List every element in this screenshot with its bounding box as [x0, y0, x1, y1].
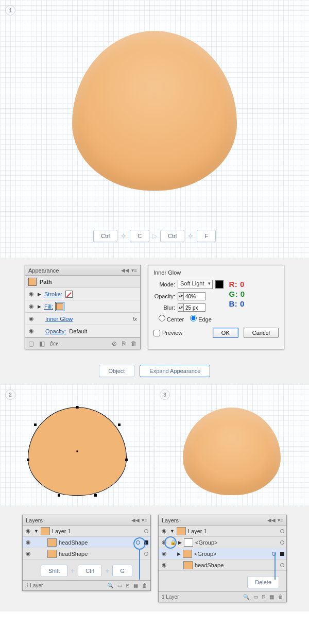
panel-header[interactable]: Layers ◀◀▾≡	[23, 515, 150, 526]
fill-label[interactable]: Fill:	[44, 303, 53, 310]
inner-glow-link[interactable]: Inner Glow	[45, 316, 73, 322]
stroke-row[interactable]: ◉ ▶ Stroke:	[25, 288, 140, 300]
layer-row-top[interactable]: ◉ ▼ Layer 1	[159, 526, 286, 537]
lock-icon[interactable]: 🔒	[170, 539, 176, 545]
layer-row-group-2[interactable]: ◉ ▶ <Group>	[159, 548, 286, 560]
visibility-icon[interactable]: ◉	[28, 328, 35, 334]
cancel-button[interactable]: Cancel	[244, 328, 279, 338]
expand-icon[interactable]: ▼	[34, 529, 39, 534]
target-icon[interactable]	[280, 540, 284, 545]
key-shift: Shift	[41, 565, 67, 577]
panel-header[interactable]: Appearance ◀◀▾≡	[25, 265, 140, 276]
layer-row-headshape-1[interactable]: ◉ headShape	[23, 537, 150, 548]
ok-button[interactable]: OK	[213, 328, 238, 338]
menu-icon[interactable]: ▾≡	[142, 517, 147, 523]
blur-row: Blur: ▴▾	[153, 303, 224, 312]
new-icon[interactable]: ▦	[269, 594, 274, 600]
fill-row[interactable]: ◉ ▶ Fill:	[25, 300, 140, 313]
layer-name[interactable]: headShape	[195, 562, 224, 568]
menu-icon[interactable]: ▾≡	[131, 267, 137, 273]
locate-icon[interactable]: 🔍	[243, 594, 249, 600]
blur-input[interactable]	[184, 303, 205, 312]
mask-icon[interactable]: ▭	[253, 594, 258, 600]
visibility-icon[interactable]: ◉	[28, 303, 35, 310]
menu-icon[interactable]: ▾≡	[278, 517, 283, 523]
center-radio[interactable]: Center	[159, 315, 184, 323]
visibility-icon[interactable]: ◉	[25, 528, 32, 534]
appearance-path-row[interactable]: Path	[25, 276, 140, 288]
panel-header[interactable]: Layers ◀◀▾≡	[159, 515, 286, 526]
no-stroke-swatch[interactable]	[65, 291, 73, 298]
visibility-icon[interactable]: ◉	[28, 315, 35, 322]
edge-radio[interactable]: Edge	[190, 315, 212, 323]
layer-name[interactable]: headShape	[59, 539, 88, 546]
opacity-row[interactable]: ◉ Opacity: Default	[25, 325, 140, 337]
preview-checkbox[interactable]: Preview	[153, 330, 182, 336]
no-icon[interactable]: ▢	[28, 340, 34, 347]
new-icon[interactable]: ▦	[133, 583, 138, 588]
duplicate-icon[interactable]: ⎘	[122, 340, 126, 347]
mask-icon[interactable]: ▭	[117, 583, 122, 588]
plus-icon: ✧	[121, 232, 127, 240]
glow-color-chip[interactable]	[215, 280, 224, 289]
locate-icon[interactable]: 🔍	[107, 583, 113, 588]
opacity-label[interactable]: Opacity:	[45, 328, 66, 334]
spinner-icon[interactable]: ▴▾	[178, 292, 184, 300]
stroke-icon[interactable]: ◧	[39, 340, 45, 347]
sublayer-icon[interactable]: ⎘	[126, 583, 129, 588]
layer-name[interactable]: Layer 1	[52, 528, 71, 534]
layer-name[interactable]: <Group>	[195, 539, 217, 546]
visibility-icon[interactable]: ◉	[161, 528, 168, 534]
sublayer-icon[interactable]: ⎘	[262, 594, 265, 600]
opacity-row: Opacity: ▴▾	[153, 292, 224, 300]
fx-button[interactable]: fx▾	[50, 340, 58, 347]
layer-name[interactable]: headShape	[59, 551, 88, 557]
layer-name[interactable]: Layer 1	[188, 528, 207, 534]
expand-icon[interactable]: ▶	[178, 540, 182, 545]
layer-row-headshape[interactable]: ◉ headShape	[159, 560, 286, 571]
key-ctrl: Ctrl	[93, 230, 117, 242]
opacity-input[interactable]	[184, 292, 205, 300]
visibility-icon[interactable]: ◉	[25, 550, 32, 557]
layer-thumb	[184, 538, 193, 547]
shortcut-row: Ctrl ✧ C ▷ Ctrl ✧ F	[0, 230, 309, 242]
spinner-icon[interactable]: ▴▾	[178, 303, 184, 312]
step-badge-1: 1	[5, 5, 15, 15]
visibility-icon[interactable]: ◉	[25, 539, 32, 546]
visibility-icon[interactable]: ◉	[161, 550, 168, 557]
expand-icon[interactable]: ▶	[38, 304, 41, 309]
expand-icon[interactable]: ▼	[170, 529, 175, 534]
target-icon[interactable]	[280, 529, 284, 533]
layer-row-headshape-2[interactable]: ◉ headShape	[23, 548, 150, 560]
stroke-label[interactable]: Stroke:	[44, 291, 62, 297]
target-icon[interactable]	[280, 563, 284, 567]
key-g: G	[112, 565, 132, 577]
target-icon[interactable]	[136, 540, 140, 545]
layer-name[interactable]: <Group>	[194, 551, 216, 557]
clear-icon[interactable]: ⊘	[112, 340, 117, 347]
mode-row: Mode: Soft Light	[153, 280, 224, 289]
target-icon[interactable]	[272, 552, 276, 556]
trash-icon[interactable]: 🗑	[142, 583, 147, 588]
inner-glow-row[interactable]: ◉ Inner Glow fx	[25, 313, 140, 325]
rgb-b: B: 0	[229, 299, 245, 309]
trash-icon[interactable]: 🗑	[278, 594, 283, 600]
expand-icon[interactable]: ▶	[38, 292, 41, 297]
collapse-icon[interactable]: ◀◀	[267, 517, 276, 523]
canvas-step-1: 1 Ctrl ✧ C ▷ Ctrl ✧ F	[0, 0, 309, 258]
target-icon[interactable]	[144, 529, 148, 533]
fill-swatch[interactable]	[56, 303, 63, 310]
canvas-step-2: 2	[0, 384, 154, 505]
fx-badge: fx	[132, 316, 137, 322]
collapse-icon[interactable]: ◀◀	[131, 517, 140, 523]
layer-row-top[interactable]: ◉ ▼ Layer 1	[23, 526, 150, 537]
visibility-icon[interactable]: ◉	[28, 291, 35, 297]
visibility-icon[interactable]: ◉	[161, 562, 168, 568]
target-icon[interactable]	[144, 552, 148, 556]
collapse-icon[interactable]: ◀◀	[121, 267, 129, 273]
layer-row-group-1[interactable]: ◉ 🔒 ▶ <Group>	[159, 537, 286, 548]
visibility-icon[interactable]: ◉	[161, 539, 168, 546]
mode-select[interactable]: Soft Light	[178, 280, 213, 289]
expand-icon[interactable]: ▶	[177, 551, 181, 556]
trash-icon[interactable]: 🗑	[131, 340, 137, 347]
